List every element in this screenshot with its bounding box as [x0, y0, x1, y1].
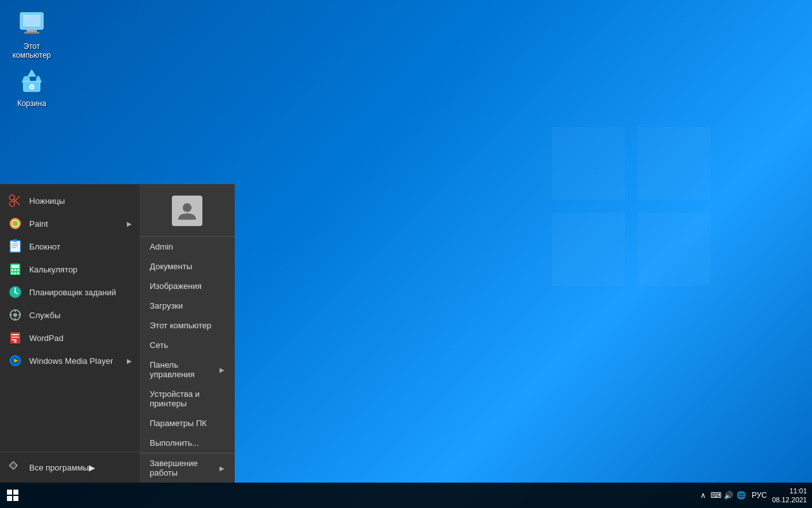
- svg-rect-8: [24, 32, 39, 34]
- svg-rect-57: [13, 490, 18, 495]
- svg-rect-31: [17, 269, 19, 271]
- start-right-item-control-panel[interactable]: Панель управления ▶: [140, 355, 235, 384]
- svg-rect-1: [638, 127, 710, 200]
- svg-text:W: W: [14, 340, 17, 344]
- notepad-icon: [8, 239, 23, 254]
- start-item-services[interactable]: Службы: [0, 304, 140, 326]
- start-right-item-pc-settings[interactable]: Параметры ПК: [140, 413, 235, 433]
- wordpad-icon: W: [8, 330, 23, 345]
- calculator-icon: [8, 262, 23, 277]
- start-item-notepad[interactable]: Блокнот: [0, 235, 140, 258]
- svg-point-21: [13, 221, 18, 226]
- svg-rect-22: [10, 241, 20, 252]
- svg-rect-46: [11, 334, 19, 335]
- svg-point-38: [15, 291, 16, 293]
- start-item-wordpad-label: WordPad: [29, 333, 63, 343]
- start-menu-right: Admin Документы Изображения Загрузки Это…: [140, 184, 235, 483]
- start-menu-shutdown[interactable]: Завершение работы ▶: [140, 453, 235, 483]
- windows-logo-watermark: [552, 127, 710, 286]
- start-item-calculator[interactable]: Калькулятор: [0, 258, 140, 281]
- start-right-item-computer[interactable]: Этот компьютер: [140, 316, 235, 335]
- svg-point-40: [13, 313, 17, 317]
- start-right-item-devices[interactable]: Устройства и принтеры: [140, 384, 235, 413]
- computer-label: Этот компьютер: [150, 321, 211, 330]
- start-item-services-label: Службы: [29, 311, 60, 320]
- all-programs-icon: [8, 460, 23, 475]
- svg-text:♻: ♻: [29, 83, 35, 91]
- desktop: Этот компьютер ♻ Корзина: [0, 0, 812, 508]
- start-item-paint-label: Paint: [29, 219, 48, 229]
- clock-date: 08.12.2021: [772, 495, 807, 504]
- svg-rect-33: [15, 272, 16, 274]
- start-item-wmp[interactable]: Windows Media Player ▶: [0, 349, 140, 372]
- images-label: Изображения: [150, 281, 202, 291]
- tray-sound-icon[interactable]: 🔊: [724, 490, 734, 500]
- run-label: Выполнить...: [150, 438, 199, 448]
- devices-label: Устройства и принтеры: [150, 389, 225, 408]
- svg-marker-54: [10, 462, 17, 469]
- svg-point-15: [10, 195, 15, 200]
- start-item-wordpad[interactable]: W WordPad: [0, 326, 140, 349]
- start-item-scissors-label: Ножницы: [29, 196, 65, 206]
- paint-arrow: ▶: [127, 220, 132, 227]
- start-menu-left: Ножницы Paint ▶: [0, 184, 140, 483]
- svg-rect-30: [15, 269, 16, 271]
- start-item-scheduler-label: Планировщик заданий: [29, 288, 116, 297]
- start-item-paint[interactable]: Paint ▶: [0, 212, 140, 235]
- desktop-icon-computer[interactable]: Этот компьютер: [6, 6, 57, 63]
- start-right-item-username[interactable]: Admin: [140, 237, 235, 257]
- clock[interactable]: 11:01 08.12.2021: [772, 486, 807, 505]
- scheduler-icon: [8, 284, 23, 300]
- svg-point-55: [183, 203, 192, 212]
- desktop-icon-recycle[interactable]: ♻ Корзина: [6, 64, 57, 110]
- svg-rect-2: [552, 213, 625, 286]
- start-item-wmp-label: Windows Media Player: [29, 356, 113, 366]
- start-item-scissors[interactable]: Ножницы: [0, 189, 140, 212]
- documents-label: Документы: [150, 262, 192, 271]
- tray-network-icon[interactable]: 🌐: [737, 490, 747, 500]
- start-menu-bottom: Все программы ▶: [0, 451, 140, 483]
- downloads-label: Загрузки: [150, 301, 183, 311]
- svg-rect-6: [23, 15, 41, 27]
- tray-keyboard-icon: ⌨: [711, 490, 721, 500]
- start-item-all-programs[interactable]: Все программы ▶: [8, 456, 132, 479]
- clock-time: 11:01: [772, 486, 807, 495]
- computer-icon-label: Этот компьютер: [9, 42, 55, 60]
- start-item-scheduler[interactable]: Планировщик заданий: [0, 281, 140, 304]
- start-menu: Ножницы Paint ▶: [0, 184, 235, 483]
- recycle-icon: ♻: [16, 66, 47, 97]
- recycle-icon-label: Корзина: [17, 99, 46, 108]
- username-label: Admin: [150, 242, 173, 251]
- paint-icon: [8, 216, 23, 231]
- control-panel-label: Панель управления: [150, 360, 219, 379]
- svg-rect-3: [638, 213, 710, 286]
- start-right-item-images[interactable]: Изображения: [140, 276, 235, 296]
- svg-rect-47: [11, 337, 19, 338]
- svg-rect-7: [27, 29, 37, 32]
- svg-marker-10: [28, 70, 36, 76]
- svg-rect-28: [11, 265, 19, 268]
- start-right-item-downloads[interactable]: Загрузки: [140, 296, 235, 316]
- tray-expand-icon[interactable]: ∧: [698, 490, 709, 500]
- svg-rect-56: [7, 490, 12, 495]
- start-right-item-run[interactable]: Выполнить...: [140, 433, 235, 453]
- taskbar-right: ∧ ⌨ 🔊 🌐 РУС 11:01 08.12.2021: [698, 486, 812, 505]
- svg-rect-32: [11, 272, 13, 274]
- tray-icons: ∧ ⌨ 🔊 🌐: [698, 490, 747, 500]
- all-programs-label: Все программы: [29, 463, 89, 472]
- services-icon: [8, 307, 23, 323]
- start-button[interactable]: [0, 483, 25, 508]
- start-right-item-network[interactable]: Сеть: [140, 335, 235, 355]
- scissors-icon: [8, 193, 23, 208]
- svg-rect-58: [7, 496, 12, 501]
- svg-point-16: [10, 201, 15, 206]
- language-indicator[interactable]: РУС: [752, 491, 767, 500]
- start-item-notepad-label: Блокнот: [29, 242, 60, 251]
- taskbar: ∧ ⌨ 🔊 🌐 РУС 11:01 08.12.2021: [0, 483, 812, 508]
- svg-rect-59: [13, 496, 18, 501]
- svg-rect-26: [13, 239, 17, 242]
- all-programs-arrow: ▶: [89, 463, 95, 472]
- control-panel-arrow: ▶: [219, 366, 225, 373]
- start-right-item-documents[interactable]: Документы: [140, 257, 235, 276]
- shutdown-arrow: ▶: [219, 465, 225, 472]
